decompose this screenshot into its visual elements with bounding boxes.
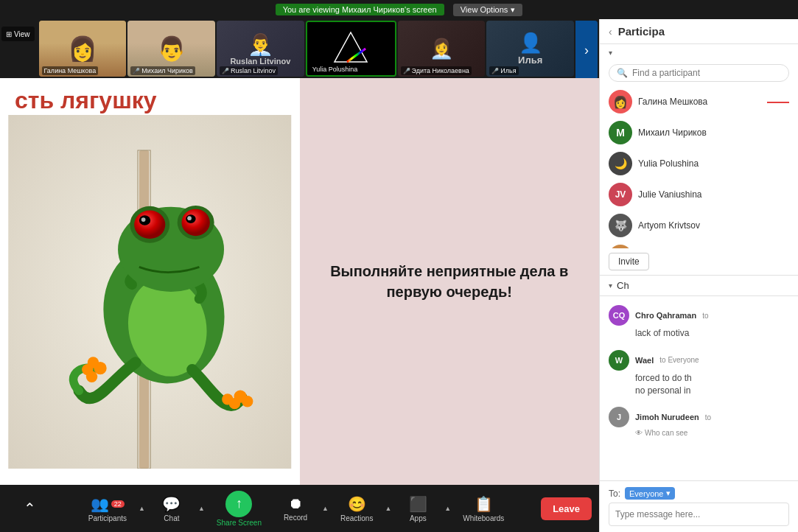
toolbar-share-screen[interactable]: ↑ Share Screen xyxy=(209,488,269,530)
chat-recipient: to Everyone xyxy=(659,356,699,364)
apps-label: Apps xyxy=(410,514,427,522)
avatar: W xyxy=(609,350,629,371)
participant-thumb-ruslan[interactable]: 👨‍💼 Ruslan Litvinov 🎤 Ruslan Litvinov xyxy=(217,21,304,77)
next-participants-arrow[interactable]: › xyxy=(575,21,598,80)
participant-thumb-ilya[interactable]: 👤 Илья 🎤 Илья xyxy=(486,21,574,77)
participant-thumb-galina[interactable]: Галина Мешкова xyxy=(39,21,127,77)
reactions-label: Reactions xyxy=(340,514,373,522)
list-item[interactable]: M Михаил Чириков xyxy=(600,117,798,148)
participant-thumb-yulia[interactable]: Yulia Polushina xyxy=(306,21,396,77)
list-item[interactable]: 🌙 Yulia Polushina xyxy=(600,148,798,179)
view-button[interactable]: ⊞ View xyxy=(1,27,35,41)
chat-message: CQ Chro Qahraman to lack of motiva xyxy=(600,302,798,343)
chat-to-label: To: xyxy=(609,489,620,499)
participants-collapse-arrow: ▾ xyxy=(609,49,612,57)
svg-point-27 xyxy=(141,217,146,222)
leave-button[interactable]: Leave xyxy=(541,497,592,520)
participants-panel-section: ▾ 🔍 👩 Галина Мешкова xyxy=(600,44,798,276)
eye-icon: 👁 xyxy=(635,429,643,437)
frog-illustration xyxy=(0,115,300,469)
avatar: CQ xyxy=(609,305,629,326)
invite-button[interactable]: Invite xyxy=(609,253,649,270)
toolbar-left: ⌃ xyxy=(7,497,52,520)
avatar: 🌙 xyxy=(609,152,632,175)
list-item[interactable]: 🐺 Artyom Krivtsov xyxy=(600,210,798,241)
chat-sender-name: Wael xyxy=(635,356,654,365)
avatar: JV xyxy=(609,183,632,206)
toolbar-whiteboards[interactable]: 📋 Whiteboards xyxy=(455,492,511,525)
chat-section-title: Ch xyxy=(617,280,629,291)
reactions-icon: 😊 xyxy=(348,495,366,513)
toolbar-reactions[interactable]: 😊 Reactions xyxy=(333,492,380,525)
viewing-notification: You are viewing Михаил Чириков's screen xyxy=(276,4,444,15)
panel-collapse-button[interactable]: ‹ xyxy=(609,26,612,38)
svg-point-18 xyxy=(222,393,233,405)
chevron-up-icon: ⌃ xyxy=(24,500,36,517)
chat-message: W Wael to Everyone forced to do thno per… xyxy=(600,347,798,400)
grid-icon: ⊞ xyxy=(6,30,12,38)
list-item[interactable]: JV Julie Vaniushina xyxy=(600,179,798,210)
chat-everyone-dropdown[interactable]: Everyone ▾ xyxy=(625,487,674,500)
participant-thumb-edita[interactable]: 👩‍💼 🎤 Эдита Николаевна xyxy=(398,21,486,77)
record-caret[interactable]: ▲ xyxy=(322,505,329,512)
list-item[interactable]: AT Asadulla Tursunov xyxy=(600,241,798,248)
participant-name: Галина Мешкова xyxy=(638,97,761,107)
list-item[interactable]: 👩 Галина Мешкова xyxy=(600,86,798,117)
svg-point-29 xyxy=(181,209,209,236)
left-area: ⊞ View Галина Мешкова 🎤 Михаил Чириков xyxy=(0,19,599,532)
svg-point-25 xyxy=(134,211,165,239)
toolbar-record[interactable]: ⏺ Record xyxy=(273,492,318,525)
chat-label: Chat xyxy=(164,514,179,522)
record-icon: ⏺ xyxy=(288,495,303,512)
chat-recipient: to xyxy=(705,413,711,421)
participant-thumb-mikhail[interactable]: 🎤 Михаил Чириков xyxy=(127,21,215,77)
participant-name-ruslan: 🎤 Ruslan Litvinov xyxy=(220,66,278,75)
avatar: AT xyxy=(609,245,632,248)
chat-section-header[interactable]: ▾ Ch xyxy=(600,276,798,296)
chat-message-input[interactable] xyxy=(609,503,789,526)
mic-muted-icon: 🎤 xyxy=(222,68,229,74)
record-label: Record xyxy=(284,514,307,522)
slide-content: сть лягушку xyxy=(0,78,599,485)
participant-name-ilya: 🎤 Илья xyxy=(489,66,518,75)
chat-text: forced to do thno personal in xyxy=(635,372,789,397)
view-options-button[interactable]: View Options ▾ xyxy=(453,4,523,16)
participants-caret[interactable]: ▲ xyxy=(139,505,145,512)
avatar: 🐺 xyxy=(609,214,632,237)
toolbar-apps[interactable]: ⬛ Apps xyxy=(396,492,440,525)
participant-name: Julie Vaniushina xyxy=(638,189,789,200)
participants-section-header[interactable]: ▾ xyxy=(600,44,798,61)
who-can-see[interactable]: 👁 Who can see xyxy=(635,429,789,437)
chat-recipient: to xyxy=(702,312,708,320)
mic-icon: 🎤 xyxy=(133,68,140,74)
apps-caret[interactable]: ▲ xyxy=(444,505,451,512)
toolbar-participants[interactable]: 👥 22 Participants xyxy=(81,492,134,525)
participants-count-badge: 22 xyxy=(111,500,125,508)
chat-caret[interactable]: ▲ xyxy=(198,505,205,512)
chat-everyone-label: Everyone xyxy=(629,489,663,498)
slide-body-text: Выполняйте неприятные дела в первую очер… xyxy=(315,261,585,302)
reactions-caret[interactable]: ▲ xyxy=(385,505,391,512)
participant-name: Artyom Krivtsov xyxy=(638,220,789,231)
presentation-area: сть лягушку xyxy=(0,78,599,485)
whiteboards-label: Whiteboards xyxy=(463,514,504,522)
bottom-toolbar: ⌃ 👥 22 Participants ▲ 💬 Chat xyxy=(0,485,599,532)
participants-label: Participants xyxy=(88,514,127,522)
slide-image-area xyxy=(0,78,300,485)
toolbar-chevron-left[interactable]: ⌃ xyxy=(7,497,52,520)
participant-name-yulia: Yulia Polushina xyxy=(310,65,360,74)
avatar: M xyxy=(609,121,632,144)
chat-messages: CQ Chro Qahraman to lack of motiva W Wae… xyxy=(600,296,798,480)
mic-muted-icon-edita: 🎤 xyxy=(403,68,410,74)
search-participant-input[interactable] xyxy=(632,68,781,78)
chat-sender-name: Jimoh Nurudeen xyxy=(635,413,699,421)
mic-muted-icon-ilya: 🎤 xyxy=(491,68,499,74)
search-icon: 🔍 xyxy=(617,68,628,78)
participant-list: 👩 Галина Мешкова M Михаил Чириков 🌙 xyxy=(600,86,798,248)
chat-sender-line: J Jimoh Nurudeen to xyxy=(609,407,789,427)
frog-svg xyxy=(0,115,300,469)
chat-sender-name: Chro Qahraman xyxy=(635,311,696,320)
slide-title: сть лягушку xyxy=(15,87,157,113)
participant-name: Yulia Polushina xyxy=(638,158,789,169)
toolbar-chat[interactable]: 💬 Chat xyxy=(150,492,194,525)
